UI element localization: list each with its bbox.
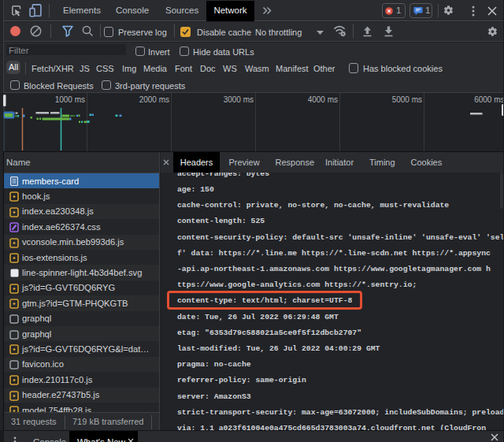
svg-text:1000 ms: 1000 ms (55, 95, 85, 104)
svg-text:6000 ms: 6000 ms (474, 95, 504, 104)
svg-text:2000 ms: 2000 ms (139, 95, 169, 104)
svg-text:4000 ms: 4000 ms (308, 95, 338, 104)
svg-text:3000 ms: 3000 ms (224, 95, 254, 104)
svg-text:5000 ms: 5000 ms (392, 95, 422, 104)
